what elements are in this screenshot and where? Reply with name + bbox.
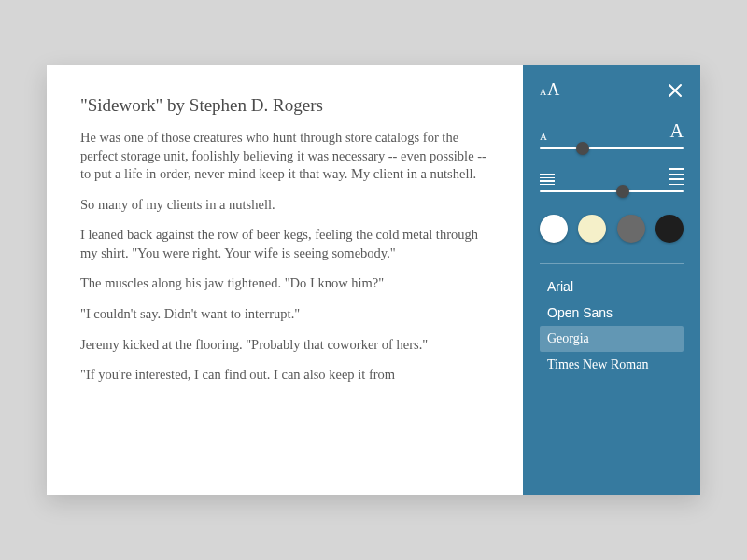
line-spacing-tight-icon xyxy=(540,174,555,185)
story-paragraph: So many of my clients in a nutshell. xyxy=(80,196,497,215)
theme-swatch-black[interactable] xyxy=(655,215,684,243)
font-list: Arial Open Sans Georgia Times New Roman xyxy=(540,273,684,378)
story-paragraph: Jeremy kicked at the flooring. "Probably… xyxy=(80,336,497,355)
story-paragraph: He was one of those creatures who hunt t… xyxy=(80,129,497,184)
reader-window: "Sidework" by Stephen D. Rogers He was o… xyxy=(47,65,700,495)
font-option-arial[interactable]: Arial xyxy=(540,273,684,300)
theme-swatch-sepia[interactable] xyxy=(578,215,606,243)
font-option-times[interactable]: Times New Roman xyxy=(540,352,684,378)
story-paragraph: "I couldn't say. Didn't want to interrup… xyxy=(80,305,497,324)
line-spacing-slider[interactable] xyxy=(540,168,684,192)
reader-content[interactable]: "Sidework" by Stephen D. Rogers He was o… xyxy=(47,65,523,495)
font-option-georgia[interactable]: Georgia xyxy=(540,326,684,352)
story-paragraph: "If you're interested, I can find out. I… xyxy=(80,366,497,385)
settings-panel: AA A A xyxy=(523,65,700,495)
divider xyxy=(540,263,684,264)
theme-swatch-white[interactable] xyxy=(540,215,568,243)
panel-header: AA xyxy=(540,80,684,100)
slider-track[interactable] xyxy=(540,147,684,149)
font-size-slider[interactable]: A A xyxy=(540,120,684,149)
font-option-opensans[interactable]: Open Sans xyxy=(540,300,684,326)
story-paragraph: The muscles along his jaw tightened. "Do… xyxy=(80,274,497,293)
slider-track[interactable] xyxy=(540,190,684,192)
theme-swatches xyxy=(540,215,684,243)
text-size-icon: AA xyxy=(540,80,559,100)
font-size-max-label: A xyxy=(670,120,684,142)
theme-swatch-gray[interactable] xyxy=(617,215,645,243)
slider-thumb[interactable] xyxy=(616,185,629,198)
slider-thumb[interactable] xyxy=(576,142,589,155)
font-size-min-label: A xyxy=(540,131,547,142)
story-title: "Sidework" by Stephen D. Rogers xyxy=(80,95,497,116)
story-paragraph: I leaned back against the row of beer ke… xyxy=(80,226,497,262)
close-icon[interactable] xyxy=(667,82,684,99)
line-spacing-loose-icon xyxy=(669,168,684,185)
